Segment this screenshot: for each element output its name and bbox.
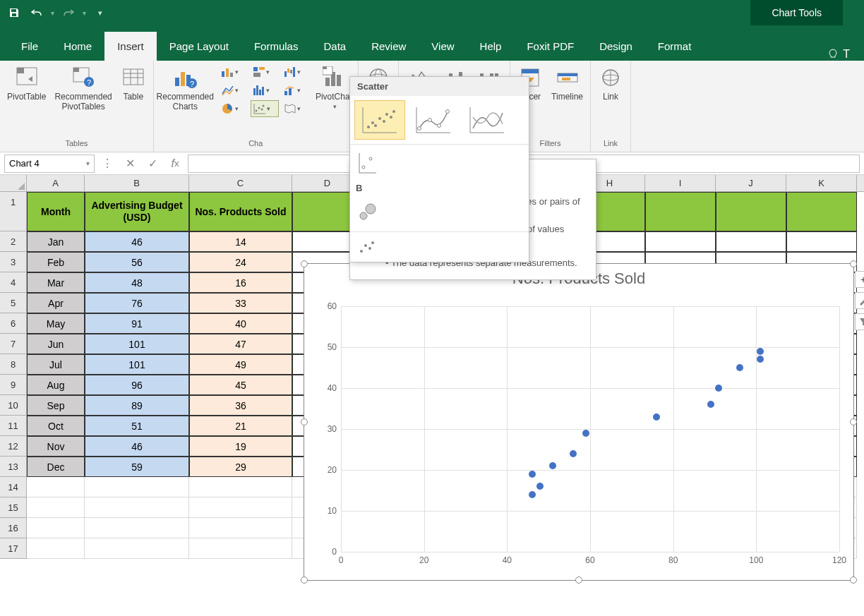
- cell[interactable]: 40: [189, 313, 292, 334]
- cell[interactable]: 14: [189, 231, 292, 252]
- recommended-charts-button[interactable]: ? Recommended Charts: [154, 64, 217, 113]
- column-header-a[interactable]: A: [27, 175, 85, 191]
- cell[interactable]: Jan: [27, 231, 85, 252]
- row-header[interactable]: 17: [0, 538, 27, 559]
- row-header[interactable]: 7: [0, 334, 27, 354]
- cell[interactable]: [85, 518, 189, 538]
- chart-object[interactable]: + Nos. Products Sold 0102030405060 02040…: [304, 263, 854, 581]
- cell[interactable]: [645, 192, 716, 231]
- row-header[interactable]: 5: [0, 293, 27, 313]
- data-point[interactable]: [653, 413, 660, 421]
- cell[interactable]: 96: [85, 375, 189, 395]
- chart-styles-button[interactable]: [855, 292, 864, 309]
- combo-chart-button[interactable]: ▾: [282, 82, 310, 99]
- chevron-down-icon[interactable]: ▾: [86, 159, 90, 167]
- cell[interactable]: 45: [189, 375, 292, 395]
- save-button[interactable]: [6, 4, 23, 21]
- cell[interactable]: 33: [189, 293, 292, 313]
- row-header[interactable]: 1: [0, 192, 27, 231]
- column-header-i[interactable]: I: [645, 175, 716, 191]
- cell[interactable]: [786, 192, 857, 231]
- data-point[interactable]: [529, 491, 536, 498]
- cell[interactable]: [716, 192, 786, 231]
- cell[interactable]: 29: [189, 457, 292, 477]
- cancel-formula-button[interactable]: ✕: [120, 155, 140, 173]
- cell[interactable]: Apr: [27, 293, 85, 313]
- cell[interactable]: 51: [85, 416, 189, 436]
- data-point[interactable]: [757, 356, 764, 363]
- cell[interactable]: 49: [189, 354, 292, 375]
- cell[interactable]: [27, 477, 85, 497]
- tab-data[interactable]: Data: [311, 32, 359, 61]
- scatter-option-smooth-lines-markers[interactable]: [408, 100, 459, 140]
- cell[interactable]: 89: [85, 395, 189, 416]
- row-header[interactable]: 13: [0, 457, 27, 477]
- row-header[interactable]: 2: [0, 231, 27, 252]
- customize-qat-icon[interactable]: ▾: [92, 4, 109, 21]
- select-all-corner[interactable]: [0, 175, 27, 191]
- cell[interactable]: Jul: [27, 354, 85, 375]
- tab-review[interactable]: Review: [359, 32, 419, 61]
- cell[interactable]: 46: [85, 436, 189, 457]
- row-header[interactable]: 9: [0, 375, 27, 395]
- cell[interactable]: May: [27, 313, 85, 334]
- cell[interactable]: 101: [85, 354, 189, 375]
- cell[interactable]: 59: [85, 457, 189, 477]
- cell[interactable]: Month: [27, 192, 85, 231]
- row-header[interactable]: 11: [0, 416, 27, 436]
- tab-page-layout[interactable]: Page Layout: [157, 32, 241, 61]
- cell[interactable]: Oct: [27, 416, 85, 436]
- row-header[interactable]: 16: [0, 518, 27, 538]
- chart-handle-e[interactable]: [850, 418, 857, 425]
- row-header[interactable]: 3: [0, 252, 27, 272]
- scatter-chart-button[interactable]: ▾: [251, 100, 279, 117]
- redo-dropdown-icon[interactable]: ▾: [83, 9, 86, 17]
- cell[interactable]: [786, 231, 857, 252]
- column-header-c[interactable]: C: [189, 175, 292, 191]
- cell[interactable]: Advertising Budget (USD): [85, 192, 189, 231]
- data-point[interactable]: [715, 385, 722, 392]
- cell[interactable]: 48: [85, 272, 189, 293]
- cell[interactable]: [189, 497, 292, 518]
- x-axis[interactable]: 020406080100120: [341, 555, 839, 573]
- timeline-button[interactable]: Timeline: [548, 64, 586, 103]
- map-chart-button[interactable]: ▾: [282, 100, 310, 117]
- line-chart-button[interactable]: ▾: [220, 82, 248, 99]
- data-point[interactable]: [536, 483, 544, 490]
- data-point[interactable]: [549, 462, 556, 469]
- tab-foxit-pdf[interactable]: Foxit PDF: [514, 32, 587, 61]
- chart-handle-w[interactable]: [301, 418, 308, 425]
- cell[interactable]: 101: [85, 334, 189, 354]
- chart-handle-nw[interactable]: [301, 260, 308, 267]
- tab-format[interactable]: Format: [645, 32, 704, 61]
- cell[interactable]: [27, 497, 85, 518]
- chart-handle-s[interactable]: [575, 576, 582, 584]
- cell[interactable]: 76: [85, 293, 189, 313]
- bubble-option[interactable]: [354, 199, 380, 227]
- cell[interactable]: [189, 518, 292, 538]
- column-header-k[interactable]: K: [786, 175, 857, 191]
- scatter-more-options[interactable]: [354, 236, 380, 258]
- tell-me[interactable]: T: [827, 48, 856, 61]
- pivottable-button[interactable]: PivotTable: [4, 64, 49, 103]
- row-header[interactable]: 6: [0, 313, 27, 334]
- cell[interactable]: 24: [189, 252, 292, 272]
- link-button[interactable]: Link: [595, 64, 626, 103]
- recommended-pivottables-button[interactable]: ? Recommended PivotTables: [52, 64, 114, 113]
- name-box[interactable]: Chart 4 ▾: [4, 155, 95, 173]
- scatter-option-markers[interactable]: [354, 100, 405, 140]
- fx-button[interactable]: fx: [165, 155, 185, 173]
- tab-view[interactable]: View: [419, 32, 467, 61]
- cell[interactable]: Mar: [27, 272, 85, 293]
- cell[interactable]: [85, 477, 189, 497]
- cell[interactable]: [716, 231, 786, 252]
- data-point[interactable]: [736, 364, 743, 371]
- cell[interactable]: [85, 538, 189, 559]
- row-header[interactable]: 14: [0, 477, 27, 497]
- scatter-option-smooth-lines[interactable]: [462, 100, 512, 140]
- cell[interactable]: Sep: [27, 395, 85, 416]
- cell[interactable]: [27, 518, 85, 538]
- tab-help[interactable]: Help: [467, 32, 515, 61]
- data-point[interactable]: [582, 430, 589, 437]
- tab-file[interactable]: File: [8, 32, 51, 61]
